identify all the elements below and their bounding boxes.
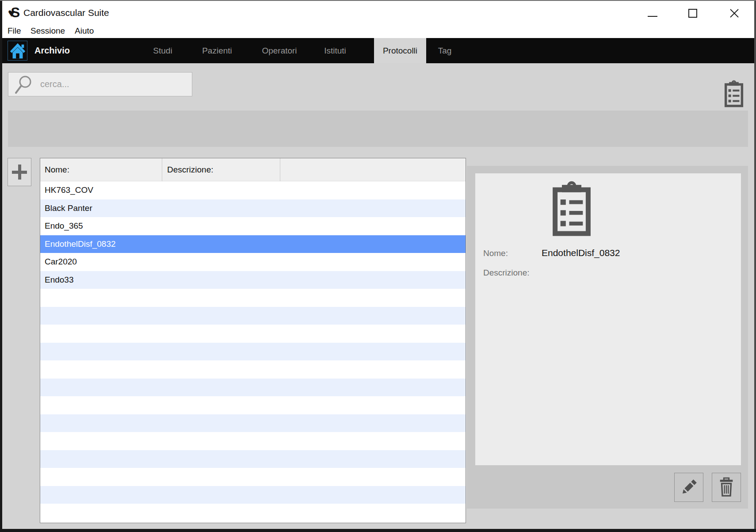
column-header-nome: Nome:: [45, 158, 69, 181]
tab-pazienti[interactable]: Pazienti: [195, 38, 239, 63]
cell-descrizione: [162, 307, 280, 325]
cell-nome: [40, 289, 162, 307]
cell-descrizione: [162, 396, 280, 414]
table-row[interactable]: [40, 379, 466, 397]
app-window: ♥S Cardiovascular Suite File Sessione Ai…: [2, 1, 754, 529]
table-row[interactable]: [40, 414, 466, 432]
maximize-button[interactable]: [686, 6, 700, 20]
cell-nome: [40, 360, 162, 379]
minimize-button[interactable]: [645, 6, 660, 20]
cell-descrizione: [162, 450, 280, 468]
table-row[interactable]: [40, 450, 466, 468]
cell-descrizione: [162, 181, 280, 199]
table-row[interactable]: [40, 289, 466, 307]
minimize-icon: [648, 16, 657, 17]
detail-nome-value: EndothelDisf_0832: [542, 248, 620, 258]
cell-descrizione: [162, 253, 280, 271]
cell-descrizione: [162, 199, 280, 218]
add-protocol-button[interactable]: [8, 158, 31, 186]
tab-tag[interactable]: Tag: [429, 38, 460, 63]
tab-istituti[interactable]: Istituti: [315, 38, 355, 63]
cell-descrizione: [162, 325, 280, 343]
table-row[interactable]: [40, 432, 466, 450]
close-icon: [729, 8, 740, 19]
cell-descrizione: [162, 414, 280, 432]
cell-nome: Black Panter: [40, 199, 162, 218]
table-row[interactable]: Endo33: [40, 271, 466, 289]
column-separator: [280, 158, 280, 181]
column-separator: [162, 158, 162, 181]
edit-protocol-button[interactable]: [674, 473, 703, 502]
menu-file[interactable]: File: [5, 24, 24, 38]
cell-nome: [40, 486, 162, 504]
search-input[interactable]: [40, 79, 182, 89]
detail-nome-label: Nome:: [483, 249, 508, 258]
table-row[interactable]: Endo_365: [40, 217, 466, 235]
table-header: Nome: Descrizione:: [40, 158, 466, 181]
cell-descrizione: [162, 468, 280, 486]
protocols-table: Nome: Descrizione: HK763_COVBlack Panter…: [40, 158, 466, 523]
maximize-icon: [688, 9, 697, 18]
cell-nome: [40, 450, 162, 468]
protocol-list: HK763_COVBlack PanterEndo_365EndothelDis…: [40, 181, 466, 522]
table-row[interactable]: [40, 486, 466, 504]
cell-nome: [40, 379, 162, 397]
filter-strip: [8, 111, 748, 147]
close-button[interactable]: [727, 6, 741, 20]
protocols-clipboard-button[interactable]: [722, 77, 746, 110]
table-row[interactable]: Car2020: [40, 253, 466, 271]
app-logo-icon: ♥S: [8, 1, 20, 24]
cell-nome: [40, 432, 162, 450]
table-row-selected[interactable]: EndothelDisf_0832: [40, 235, 466, 253]
table-row[interactable]: [40, 360, 466, 379]
cell-descrizione: [162, 235, 280, 253]
table-row[interactable]: [40, 343, 466, 361]
table-row[interactable]: [40, 468, 466, 486]
tab-operatori[interactable]: Operatori: [255, 38, 304, 63]
cell-nome: [40, 343, 162, 361]
cell-nome: [40, 468, 162, 486]
menu-sessione[interactable]: Sessione: [28, 24, 68, 38]
window-title: Cardiovascular Suite: [23, 1, 109, 24]
cell-descrizione: [162, 486, 280, 504]
delete-protocol-button[interactable]: [712, 473, 741, 502]
logo-letter: S: [11, 6, 20, 19]
search-icon: [14, 73, 34, 96]
menu-aiuto[interactable]: Aiuto: [72, 24, 96, 38]
detail-container: Nome: EndothelDisf_0832 Descrizione:: [467, 166, 748, 509]
cell-descrizione: [162, 289, 280, 307]
nav-bar: Archivio Studi Pazienti Operatori Istitu…: [2, 38, 754, 63]
cell-nome: [40, 307, 162, 325]
search-box[interactable]: [8, 72, 192, 96]
plus-icon: [12, 165, 27, 180]
cell-nome: HK763_COV: [40, 181, 162, 199]
cell-nome: [40, 414, 162, 432]
table-row[interactable]: Black Panter: [40, 199, 466, 218]
tab-studi[interactable]: Studi: [143, 38, 183, 63]
table-row[interactable]: [40, 325, 466, 343]
detail-descrizione-label: Descrizione:: [483, 268, 530, 278]
trash-icon: [717, 477, 736, 498]
cell-nome: Endo_365: [40, 217, 162, 235]
column-header-descrizione: Descrizione:: [167, 158, 214, 181]
clipboard-icon: [722, 79, 746, 108]
home-button[interactable]: [8, 41, 27, 61]
cell-nome: EndothelDisf_0832: [40, 235, 162, 253]
archivio-label: Archivio: [34, 38, 70, 63]
protocol-detail-panel: Nome: EndothelDisf_0832 Descrizione:: [475, 173, 741, 465]
cell-nome: [40, 325, 162, 343]
cell-nome: [40, 504, 162, 522]
table-row[interactable]: HK763_COV: [40, 181, 466, 199]
table-row[interactable]: [40, 396, 466, 414]
cell-descrizione: [162, 271, 280, 289]
cell-nome: Endo33: [40, 271, 162, 289]
menu-bar: File Sessione Aiuto: [2, 24, 754, 38]
table-row[interactable]: [40, 504, 466, 522]
title-bar: ♥S Cardiovascular Suite: [2, 1, 754, 24]
tab-protocolli-active[interactable]: Protocolli: [374, 38, 426, 63]
pencil-icon: [680, 478, 698, 497]
table-row[interactable]: [40, 307, 466, 325]
protocol-clipboard-icon: [547, 180, 596, 238]
cell-descrizione: [162, 360, 280, 379]
cell-descrizione: [162, 217, 280, 235]
